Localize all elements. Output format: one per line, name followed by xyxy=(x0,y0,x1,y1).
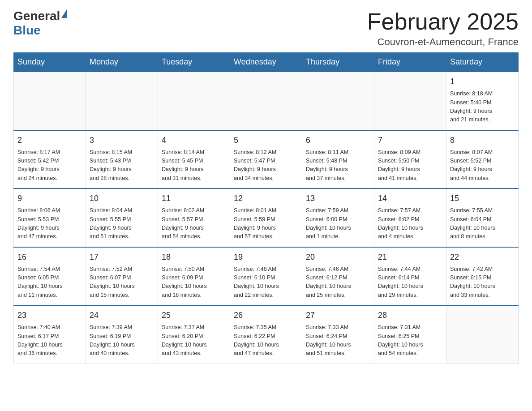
day-info: Sunrise: 8:11 AM Sunset: 5:48 PM Dayligh… xyxy=(306,148,370,183)
day-number: 20 xyxy=(306,251,370,263)
table-row: 2Sunrise: 8:17 AM Sunset: 5:42 PM Daylig… xyxy=(14,130,86,189)
table-row: 11Sunrise: 8:02 AM Sunset: 5:57 PM Dayli… xyxy=(158,188,230,247)
day-number: 18 xyxy=(162,251,226,263)
col-tuesday: Tuesday xyxy=(158,53,230,72)
table-row: 23Sunrise: 7:40 AM Sunset: 6:17 PM Dayli… xyxy=(14,305,86,364)
day-info: Sunrise: 7:50 AM Sunset: 6:09 PM Dayligh… xyxy=(162,265,226,300)
day-number: 14 xyxy=(378,193,442,205)
table-row: 28Sunrise: 7:31 AM Sunset: 6:25 PM Dayli… xyxy=(374,305,446,364)
day-info: Sunrise: 8:09 AM Sunset: 5:50 PM Dayligh… xyxy=(378,148,442,183)
col-friday: Friday xyxy=(374,53,446,72)
table-row: 19Sunrise: 7:48 AM Sunset: 6:10 PM Dayli… xyxy=(230,247,302,306)
calendar-week-row: 2Sunrise: 8:17 AM Sunset: 5:42 PM Daylig… xyxy=(14,130,519,189)
day-info: Sunrise: 7:44 AM Sunset: 6:14 PM Dayligh… xyxy=(378,265,442,300)
day-info: Sunrise: 8:04 AM Sunset: 5:55 PM Dayligh… xyxy=(90,206,154,241)
day-info: Sunrise: 8:01 AM Sunset: 5:59 PM Dayligh… xyxy=(234,206,298,241)
table-row: 4Sunrise: 8:14 AM Sunset: 5:45 PM Daylig… xyxy=(158,130,230,189)
day-number: 26 xyxy=(234,309,298,321)
table-row: 3Sunrise: 8:15 AM Sunset: 5:43 PM Daylig… xyxy=(86,130,158,189)
table-row: 24Sunrise: 7:39 AM Sunset: 6:19 PM Dayli… xyxy=(86,305,158,364)
calendar-week-row: 9Sunrise: 8:06 AM Sunset: 5:53 PM Daylig… xyxy=(14,188,519,247)
day-number: 23 xyxy=(17,309,82,321)
day-number: 22 xyxy=(450,251,515,263)
day-number: 21 xyxy=(378,251,442,263)
day-info: Sunrise: 7:40 AM Sunset: 6:17 PM Dayligh… xyxy=(17,323,82,358)
day-number: 16 xyxy=(17,251,82,263)
table-row: 16Sunrise: 7:54 AM Sunset: 6:05 PM Dayli… xyxy=(14,247,86,306)
table-row: 12Sunrise: 8:01 AM Sunset: 5:59 PM Dayli… xyxy=(230,188,302,247)
page-header: General Blue February 2025 Couvron-et-Au… xyxy=(13,9,519,48)
title-area: February 2025 Couvron-et-Aumencourt, Fra… xyxy=(367,9,519,48)
table-row: 13Sunrise: 7:59 AM Sunset: 6:00 PM Dayli… xyxy=(302,188,374,247)
day-number: 11 xyxy=(162,193,226,205)
table-row xyxy=(230,72,302,130)
day-info: Sunrise: 7:55 AM Sunset: 6:04 PM Dayligh… xyxy=(450,206,515,241)
table-row: 5Sunrise: 8:12 AM Sunset: 5:47 PM Daylig… xyxy=(230,130,302,189)
day-info: Sunrise: 7:46 AM Sunset: 6:12 PM Dayligh… xyxy=(306,265,370,300)
table-row xyxy=(86,72,158,130)
day-number: 10 xyxy=(90,193,154,205)
day-info: Sunrise: 7:54 AM Sunset: 6:05 PM Dayligh… xyxy=(17,265,82,300)
logo-blue-text: Blue xyxy=(13,23,41,37)
calendar-week-row: 1Sunrise: 8:18 AM Sunset: 5:40 PM Daylig… xyxy=(14,72,519,130)
day-info: Sunrise: 7:37 AM Sunset: 6:20 PM Dayligh… xyxy=(162,323,226,358)
table-row: 18Sunrise: 7:50 AM Sunset: 6:09 PM Dayli… xyxy=(158,247,230,306)
day-number: 24 xyxy=(90,309,154,321)
day-number: 5 xyxy=(234,134,298,146)
calendar-week-row: 23Sunrise: 7:40 AM Sunset: 6:17 PM Dayli… xyxy=(14,305,519,364)
col-saturday: Saturday xyxy=(446,53,519,72)
day-number: 4 xyxy=(162,134,226,146)
day-info: Sunrise: 7:33 AM Sunset: 6:24 PM Dayligh… xyxy=(306,323,370,358)
table-row: 17Sunrise: 7:52 AM Sunset: 6:07 PM Dayli… xyxy=(86,247,158,306)
day-info: Sunrise: 8:07 AM Sunset: 5:52 PM Dayligh… xyxy=(450,148,515,183)
table-row: 9Sunrise: 8:06 AM Sunset: 5:53 PM Daylig… xyxy=(14,188,86,247)
table-row: 27Sunrise: 7:33 AM Sunset: 6:24 PM Dayli… xyxy=(302,305,374,364)
calendar-title: February 2025 xyxy=(367,9,519,34)
day-info: Sunrise: 7:42 AM Sunset: 6:15 PM Dayligh… xyxy=(450,265,515,300)
table-row xyxy=(446,305,519,364)
table-row: 22Sunrise: 7:42 AM Sunset: 6:15 PM Dayli… xyxy=(446,247,519,306)
day-info: Sunrise: 7:57 AM Sunset: 6:02 PM Dayligh… xyxy=(378,206,442,241)
table-row: 14Sunrise: 7:57 AM Sunset: 6:02 PM Dayli… xyxy=(374,188,446,247)
calendar-subtitle: Couvron-et-Aumencourt, France xyxy=(367,36,519,48)
day-number: 2 xyxy=(17,134,82,146)
day-number: 27 xyxy=(306,309,370,321)
table-row xyxy=(158,72,230,130)
day-info: Sunrise: 7:59 AM Sunset: 6:00 PM Dayligh… xyxy=(306,206,370,241)
logo: General Blue xyxy=(13,9,67,38)
day-number: 28 xyxy=(378,309,442,321)
table-row: 1Sunrise: 8:18 AM Sunset: 5:40 PM Daylig… xyxy=(446,72,519,130)
day-number: 8 xyxy=(450,134,515,146)
day-number: 6 xyxy=(306,134,370,146)
table-row xyxy=(302,72,374,130)
table-row: 8Sunrise: 8:07 AM Sunset: 5:52 PM Daylig… xyxy=(446,130,519,189)
col-sunday: Sunday xyxy=(14,53,86,72)
day-info: Sunrise: 8:06 AM Sunset: 5:53 PM Dayligh… xyxy=(17,206,82,241)
day-info: Sunrise: 7:39 AM Sunset: 6:19 PM Dayligh… xyxy=(90,323,154,358)
table-row: 7Sunrise: 8:09 AM Sunset: 5:50 PM Daylig… xyxy=(374,130,446,189)
table-row: 6Sunrise: 8:11 AM Sunset: 5:48 PM Daylig… xyxy=(302,130,374,189)
table-row: 21Sunrise: 7:44 AM Sunset: 6:14 PM Dayli… xyxy=(374,247,446,306)
table-row: 26Sunrise: 7:35 AM Sunset: 6:22 PM Dayli… xyxy=(230,305,302,364)
day-info: Sunrise: 8:17 AM Sunset: 5:42 PM Dayligh… xyxy=(17,148,82,183)
day-info: Sunrise: 8:02 AM Sunset: 5:57 PM Dayligh… xyxy=(162,206,226,241)
logo-general-text: General xyxy=(13,9,60,23)
table-row xyxy=(14,72,86,130)
day-number: 3 xyxy=(90,134,154,146)
calendar-table: Sunday Monday Tuesday Wednesday Thursday… xyxy=(13,52,519,364)
day-number: 17 xyxy=(90,251,154,263)
day-info: Sunrise: 7:31 AM Sunset: 6:25 PM Dayligh… xyxy=(378,323,442,358)
day-number: 25 xyxy=(162,309,226,321)
day-number: 13 xyxy=(306,193,370,205)
table-row: 25Sunrise: 7:37 AM Sunset: 6:20 PM Dayli… xyxy=(158,305,230,364)
calendar-header-row: Sunday Monday Tuesday Wednesday Thursday… xyxy=(14,53,519,72)
logo-triangle-icon xyxy=(61,9,67,18)
col-monday: Monday xyxy=(86,53,158,72)
day-number: 15 xyxy=(450,193,515,205)
day-info: Sunrise: 8:18 AM Sunset: 5:40 PM Dayligh… xyxy=(450,90,515,124)
day-info: Sunrise: 7:52 AM Sunset: 6:07 PM Dayligh… xyxy=(90,265,154,300)
day-number: 9 xyxy=(17,193,82,205)
calendar-week-row: 16Sunrise: 7:54 AM Sunset: 6:05 PM Dayli… xyxy=(14,247,519,306)
table-row: 20Sunrise: 7:46 AM Sunset: 6:12 PM Dayli… xyxy=(302,247,374,306)
col-thursday: Thursday xyxy=(302,53,374,72)
